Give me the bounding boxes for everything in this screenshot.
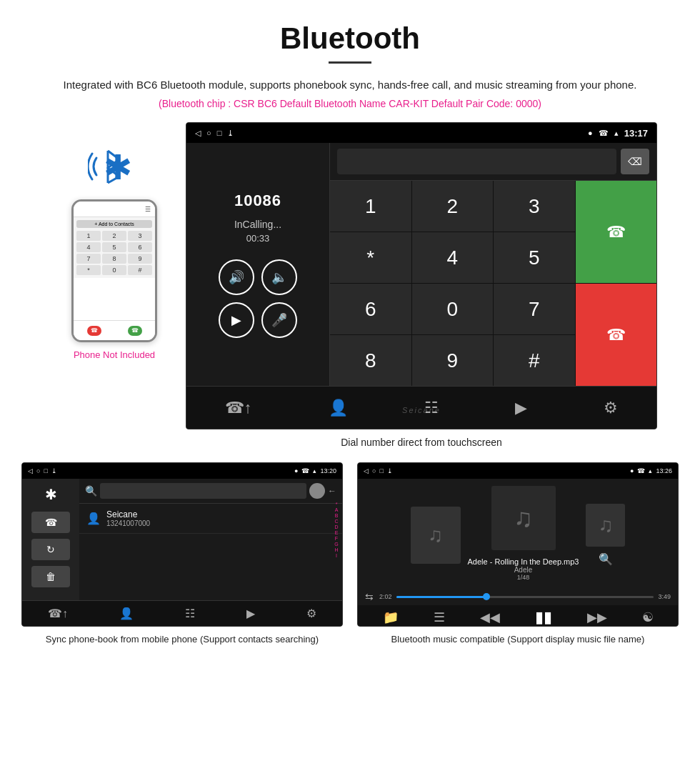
keypad-key-5[interactable]: 5 bbox=[494, 232, 575, 283]
keypad-input-field[interactable] bbox=[337, 149, 616, 174]
keypad-key-3[interactable]: 3 bbox=[494, 181, 575, 232]
keypad-key-star[interactable]: * bbox=[330, 232, 411, 283]
pb-alpha-b[interactable]: B bbox=[335, 513, 339, 518]
music-call-icon: ☎ bbox=[637, 467, 645, 474]
car-transfer-button[interactable]: ▶ bbox=[504, 393, 539, 423]
pb-status-bar: ◁ ○ □ ⤓ ● ☎ ▴ 13:20 bbox=[22, 463, 342, 479]
phone-key-1[interactable]: 1 bbox=[76, 231, 101, 241]
keypad-key-0[interactable]: 0 bbox=[412, 284, 494, 334]
pb-alpha-h[interactable]: H bbox=[334, 547, 338, 552]
pb-back-icon[interactable]: ◁ bbox=[28, 467, 33, 474]
music-list-button[interactable]: ☰ bbox=[434, 610, 445, 625]
pb-search-input[interactable] bbox=[100, 483, 306, 499]
volume-up-button[interactable]: 🔊 bbox=[219, 259, 254, 295]
recent-icon[interactable]: □ bbox=[217, 129, 222, 137]
phone-key-8[interactable]: 8 bbox=[102, 254, 126, 264]
keypad-key-2[interactable]: 2 bbox=[412, 181, 494, 232]
music-shuffle-button[interactable]: ⇆ bbox=[365, 591, 374, 602]
keypad-call-button[interactable]: ☎ bbox=[576, 181, 657, 283]
pb-home-icon[interactable]: ○ bbox=[36, 467, 40, 474]
keypad-end-button[interactable]: ☎ bbox=[576, 284, 657, 386]
keypad-key-6[interactable]: 6 bbox=[330, 284, 411, 334]
pb-time: 13:20 bbox=[320, 467, 336, 474]
car-nav-icons: ◁ ○ □ ⤓ bbox=[195, 129, 234, 138]
phone-key-3[interactable]: 3 bbox=[128, 231, 152, 241]
music-search-button[interactable]: 🔍 bbox=[599, 552, 613, 566]
pb-alpha-g[interactable]: G bbox=[334, 542, 338, 547]
home-icon[interactable]: ○ bbox=[206, 129, 211, 137]
music-home-icon[interactable]: ○ bbox=[372, 467, 376, 474]
caller-panel: 10086 InCalling... 00:33 🔊 🔈 ▶ 🎤 bbox=[186, 143, 329, 386]
pb-phone-button[interactable]: ☎ bbox=[31, 512, 70, 533]
phone-call-button[interactable]: ☎ bbox=[128, 326, 142, 336]
pb-ss-icon[interactable]: ⤓ bbox=[51, 467, 57, 474]
phone-key-hash[interactable]: # bbox=[128, 265, 152, 275]
keypad-delete-button[interactable]: ⌫ bbox=[621, 149, 649, 174]
music-folder-button[interactable]: 📁 bbox=[383, 610, 399, 625]
car-settings-button[interactable]: ⚙ bbox=[592, 393, 629, 423]
music-play-button[interactable]: ▮▮ bbox=[535, 608, 552, 627]
wifi-icon: ▴ bbox=[614, 129, 619, 138]
phone-key-4[interactable]: 4 bbox=[76, 242, 101, 252]
phone-key-6[interactable]: 6 bbox=[128, 242, 152, 252]
pb-alpha-e[interactable]: E bbox=[335, 530, 339, 535]
phone-end-button[interactable]: ☎ bbox=[87, 326, 101, 336]
pb-calls-btn[interactable]: ☎↑ bbox=[48, 607, 68, 620]
pb-contacts-btn[interactable]: 👤 bbox=[119, 607, 134, 620]
keypad-key-4[interactable]: 4 bbox=[412, 232, 494, 283]
pb-clear-icon[interactable]: ← bbox=[328, 486, 336, 496]
car-contacts-button[interactable]: 👤 bbox=[317, 393, 359, 423]
pb-recent-icon[interactable]: □ bbox=[44, 467, 47, 474]
keypad-key-7[interactable]: 7 bbox=[494, 284, 575, 334]
keypad-input-row: ⌫ bbox=[330, 143, 656, 181]
pb-alpha-c[interactable]: C bbox=[334, 519, 338, 524]
pb-alpha-d[interactable]: D bbox=[334, 524, 338, 529]
pb-delete-button[interactable]: 🗑 bbox=[31, 566, 70, 587]
fake-phone: ☰ + Add to Contacts 1 2 3 4 5 6 7 8 9 * … bbox=[71, 199, 157, 342]
screenshot-icon[interactable]: ⤓ bbox=[227, 129, 234, 138]
pb-refresh-button[interactable]: ↻ bbox=[31, 539, 70, 560]
music-progress-bar[interactable] bbox=[396, 596, 654, 598]
phone-key-star[interactable]: * bbox=[76, 265, 101, 275]
phone-key-0[interactable]: 0 bbox=[102, 265, 126, 275]
pb-contact-person-icon: 👤 bbox=[86, 512, 101, 525]
music-next-button[interactable]: ▶▶ bbox=[587, 610, 607, 625]
car-status-right: ● ☎ ▴ 13:17 bbox=[588, 128, 648, 139]
phone-key-2[interactable]: 2 bbox=[102, 231, 126, 241]
volume-down-button[interactable]: 🔈 bbox=[261, 259, 297, 295]
music-recent-icon[interactable]: □ bbox=[379, 467, 383, 474]
transfer-button[interactable]: ▶ bbox=[219, 302, 254, 338]
dial-caption: Dial number direct from touchscreen bbox=[0, 437, 700, 448]
keypad-key-9[interactable]: 9 bbox=[412, 335, 494, 386]
music-shuffle-row: ⇆ 2:02 3:49 bbox=[358, 591, 678, 605]
pb-alpha-a[interactable]: A bbox=[335, 507, 339, 512]
car-calls-button[interactable]: ☎↑ bbox=[214, 393, 264, 423]
pb-contact-row[interactable]: 👤 Seicane 13241007000 bbox=[79, 504, 342, 534]
seicane-watermark: Seicane bbox=[402, 406, 441, 414]
pb-voice-button[interactable] bbox=[309, 483, 325, 499]
phone-not-included-label: Phone Not Included bbox=[74, 349, 155, 360]
music-time: 13:26 bbox=[656, 467, 672, 474]
back-icon[interactable]: ◁ bbox=[195, 129, 201, 138]
pb-alpha-star[interactable]: * bbox=[336, 502, 338, 507]
pb-settings-btn[interactable]: ⚙ bbox=[306, 607, 316, 620]
music-right: ♫ 🔍 bbox=[586, 504, 625, 566]
pb-alpha-f[interactable]: F bbox=[335, 536, 338, 541]
pb-keypad-btn[interactable]: ☷ bbox=[185, 607, 195, 620]
music-prev-button[interactable]: ◀◀ bbox=[480, 610, 500, 625]
phone-key-9[interactable]: 9 bbox=[128, 254, 152, 264]
phone-key-5[interactable]: 5 bbox=[102, 242, 126, 252]
keypad-key-8[interactable]: 8 bbox=[330, 335, 411, 386]
pb-transfer-btn[interactable]: ▶ bbox=[246, 607, 255, 620]
mute-button[interactable]: 🎤 bbox=[261, 302, 297, 338]
pb-alpha-i[interactable]: I bbox=[336, 553, 337, 558]
music-back-icon[interactable]: ◁ bbox=[364, 467, 369, 474]
keypad-key-hash[interactable]: # bbox=[494, 335, 575, 386]
pb-alpha-bar: * A B C D E F G H I bbox=[331, 500, 342, 600]
keypad-key-1[interactable]: 1 bbox=[330, 181, 411, 232]
music-wifi-icon: ▴ bbox=[649, 467, 652, 474]
music-ss-icon[interactable]: ⤓ bbox=[387, 467, 393, 474]
music-eq-button[interactable]: ☯ bbox=[642, 610, 654, 625]
phone-key-7[interactable]: 7 bbox=[76, 254, 101, 264]
keypad-grid: 1 2 3 * ☎ 4 5 6 0 ☎ 7 8 9 # bbox=[330, 181, 656, 386]
